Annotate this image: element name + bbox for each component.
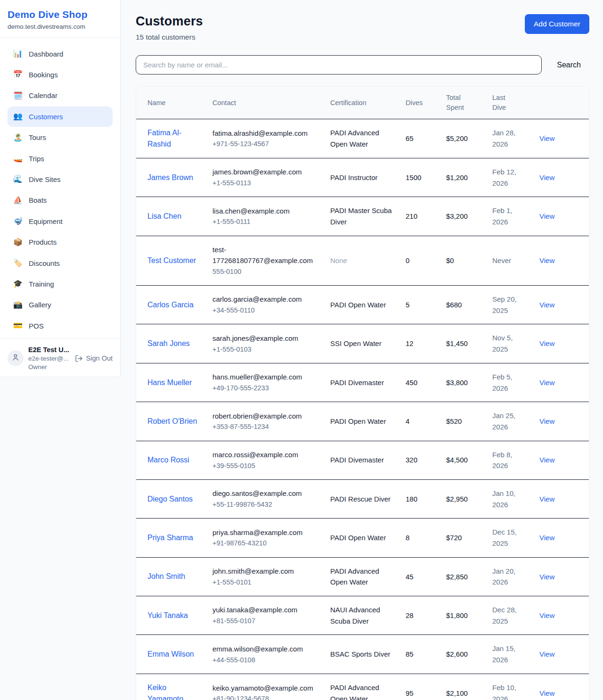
customer-dives: 1500: [400, 158, 440, 197]
customer-last-dive: Feb 8, 2026: [487, 441, 534, 479]
customer-certification: PADI Advanced Open Water: [325, 119, 400, 158]
dashboard-icon: 📊: [13, 49, 23, 59]
customer-email: robert.obrien@example.com: [212, 411, 313, 422]
calendar-icon: 🗓️: [13, 91, 23, 101]
table-row: Diego Santos diego.santos@example.com +5…: [136, 479, 589, 518]
customer-phone: +1-555-0113: [212, 178, 313, 189]
customer-certification: SSI Open Water: [325, 324, 400, 363]
customer-dives: 210: [400, 197, 440, 236]
user-info: E2E Test U... e2e-tester@... Owner: [28, 346, 70, 371]
customer-name-link[interactable]: James Brown: [147, 173, 193, 181]
trips-icon: 🚤: [13, 153, 23, 164]
customer-dives: 85: [400, 635, 440, 674]
page-title: Customers: [136, 14, 203, 29]
customer-dives: 8: [400, 519, 440, 557]
customer-name-link[interactable]: Priya Sharma: [147, 534, 193, 542]
equipment-icon: 🤿: [13, 216, 23, 226]
table-header-row: Name Contact Certification Dives Total S…: [136, 87, 589, 119]
customer-name-link[interactable]: Fatima Al-Rashid: [147, 129, 181, 148]
customer-total-spent: $680: [440, 286, 487, 324]
customer-name-link[interactable]: John Smith: [147, 572, 185, 580]
sidebar-item-products[interactable]: 📦 Products: [8, 232, 113, 252]
customer-name-link[interactable]: Sarah Jones: [147, 339, 190, 347]
customer-last-dive: Jan 10, 2026: [487, 479, 534, 518]
customer-certification: PADI Advanced Open Water: [325, 674, 400, 700]
customer-name-link[interactable]: Yuki Tanaka: [147, 611, 188, 619]
column-header-certification: Certification: [325, 87, 400, 119]
customer-total-spent: $520: [440, 402, 487, 441]
add-customer-button[interactable]: Add Customer: [525, 14, 589, 34]
view-link[interactable]: View: [539, 650, 554, 658]
customer-email: emma.wilson@example.com: [212, 643, 313, 655]
dive-sites-icon: 🌊: [13, 174, 23, 184]
view-link[interactable]: View: [539, 134, 554, 142]
table-row: Emma Wilson emma.wilson@example.com +44-…: [136, 635, 589, 674]
column-header-last-dive: Last Dive: [487, 87, 534, 119]
customer-email: hans.mueller@example.com: [212, 371, 313, 383]
customer-name-link[interactable]: Diego Santos: [147, 495, 193, 503]
view-link[interactable]: View: [539, 339, 554, 347]
customer-name-link[interactable]: Lisa Chen: [147, 212, 181, 220]
sidebar-item-pos[interactable]: 💳 POS: [8, 316, 113, 336]
customer-phone: +81-555-0107: [212, 616, 313, 626]
sidebar-item-dashboard[interactable]: 📊 Dashboard: [8, 44, 113, 64]
customer-dives: 180: [400, 479, 440, 518]
view-link[interactable]: View: [539, 611, 554, 619]
column-header-actions: [534, 87, 589, 119]
customer-name-link[interactable]: Keiko Yamamoto: [147, 684, 183, 700]
customer-name-link[interactable]: Robert O'Brien: [147, 417, 197, 425]
sidebar-item-bookings[interactable]: 📅 Bookings: [8, 65, 113, 84]
customer-email: fatima.alrashid@example.com: [212, 128, 313, 139]
customer-email: carlos.garcia@example.com: [212, 294, 313, 305]
customer-phone: +49-170-555-2233: [212, 383, 313, 394]
customer-name-link[interactable]: Marco Rossi: [147, 456, 189, 464]
column-header-contact: Contact: [207, 87, 325, 119]
sidebar-item-customers[interactable]: 👥 Customers: [8, 107, 113, 126]
customer-phone: +1-555-0111: [212, 216, 313, 227]
customer-name-link[interactable]: Carlos Garcia: [147, 301, 194, 309]
view-link[interactable]: View: [539, 495, 554, 503]
sidebar-item-discounts[interactable]: 🏷️ Discounts: [8, 253, 113, 273]
customer-name-link[interactable]: Emma Wilson: [147, 650, 194, 658]
view-link[interactable]: View: [539, 417, 554, 425]
customer-total-spent: $3,200: [440, 197, 487, 236]
customer-total-spent: $1,450: [440, 324, 487, 363]
sidebar-item-boats[interactable]: ⛵ Boats: [8, 190, 113, 210]
table-row: Keiko Yamamoto keiko.yamamoto@example.co…: [136, 674, 589, 700]
customer-count: 15 total customers: [136, 33, 203, 41]
sidebar-item-calendar[interactable]: 🗓️ Calendar: [8, 86, 113, 106]
person-icon: [11, 353, 20, 363]
customer-total-spent: $5,200: [440, 119, 487, 158]
table-row: John Smith john.smith@example.com +1-555…: [136, 557, 589, 596]
shop-domain: demo.test.divestreams.com: [8, 23, 113, 30]
sidebar-item-tours[interactable]: 🏝️ Tours: [8, 128, 113, 148]
table-row: Yuki Tanaka yuki.tanaka@example.com +81-…: [136, 596, 589, 635]
view-link[interactable]: View: [539, 301, 554, 309]
customer-email: priya.sharma@example.com: [212, 527, 313, 538]
customer-email: james.brown@example.com: [212, 166, 313, 178]
view-link[interactable]: View: [539, 689, 554, 697]
customer-phone: +34-555-0110: [212, 305, 313, 316]
search-button[interactable]: Search: [548, 57, 589, 73]
search-input[interactable]: [136, 55, 542, 74]
view-link[interactable]: View: [539, 212, 554, 220]
view-link[interactable]: View: [539, 534, 554, 542]
sidebar-item-trips[interactable]: 🚤 Trips: [8, 148, 113, 168]
customer-last-dive: Dec 15, 2025: [487, 519, 534, 557]
sidebar-nav: 📊 Dashboard 📅 Bookings 🗓️ Calendar 👥 Cus…: [0, 38, 120, 338]
sidebar-item-training[interactable]: 🎓 Training: [8, 274, 113, 294]
view-link[interactable]: View: [539, 456, 554, 464]
sign-out-button[interactable]: Sign Out: [75, 354, 113, 362]
sidebar-item-gallery[interactable]: 📸 Gallery: [8, 295, 113, 315]
view-link[interactable]: View: [539, 379, 554, 387]
sidebar-item-dive-sites[interactable]: 🌊 Dive Sites: [8, 169, 113, 189]
customer-dives: 12: [400, 324, 440, 363]
customer-name-link[interactable]: Hans Mueller: [147, 379, 192, 387]
customer-certification: PADI Open Water: [325, 402, 400, 441]
customer-name-link[interactable]: Test Customer: [147, 256, 196, 264]
view-link[interactable]: View: [539, 256, 554, 264]
customer-phone: +44-555-0108: [212, 655, 313, 666]
view-link[interactable]: View: [539, 173, 554, 181]
view-link[interactable]: View: [539, 573, 554, 581]
sidebar-item-equipment[interactable]: 🤿 Equipment: [8, 211, 113, 231]
